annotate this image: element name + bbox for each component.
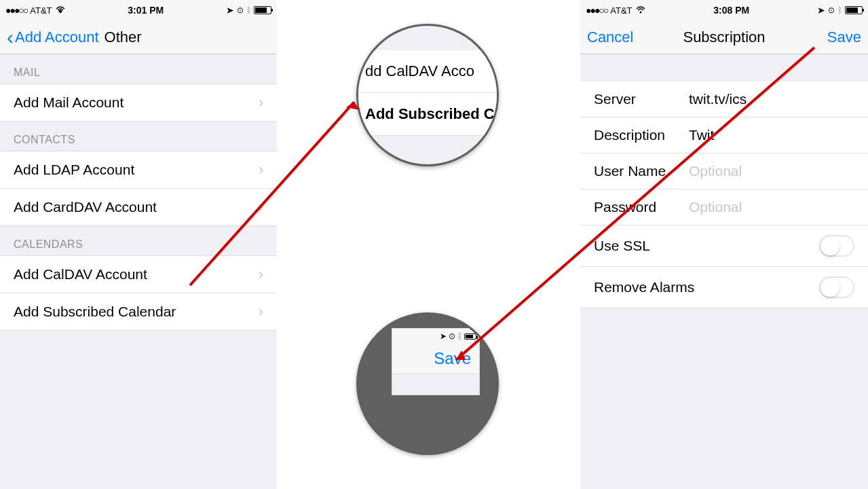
chevron-right-icon: › [259,94,263,111]
server-value[interactable]: twit.tv/ics [689,91,747,107]
add-carddav-account-row[interactable]: Add CardDAV Account › [0,188,277,226]
nav-title: Subscription [683,29,765,46]
zoom-phone-corner: ➤ ⊙ ᛒ Save [392,328,480,395]
zoom-status-bar: ➤ ⊙ ᛒ [392,329,479,344]
save-button[interactable]: Save [827,29,861,46]
username-label: User Name [594,163,689,179]
chevron-left-icon: ‹ [7,27,14,48]
zoom-row-caldav: dd CalDAV Acco [358,50,497,93]
bluetooth-icon: ᛒ [837,5,842,15]
cancel-button[interactable]: Cancel [587,29,633,46]
add-ldap-account-row[interactable]: Add LDAP Account › [0,151,277,189]
bluetooth-icon: ᛒ [246,5,251,15]
carrier-label: AT&T [30,5,52,16]
back-label: Add Account [15,29,99,46]
status-time: 3:01 PM [128,5,164,16]
row-label: Add CalDAV Account [14,266,147,283]
row-label: Add Mail Account [14,94,124,111]
username-row[interactable]: User Name Optional [580,153,868,189]
status-bar: ●●●○○ AT&T 3:08 PM ➤ ⊙ ᛒ [580,0,868,20]
wifi-icon [635,5,646,16]
status-time: 3:08 PM [713,5,749,16]
password-placeholder[interactable]: Optional [689,199,742,215]
battery-icon [464,333,476,340]
battery-icon [254,6,271,14]
row-label: Add LDAP Account [14,162,134,178]
remove-alarms-label: Remove Alarms [594,279,694,295]
zoom-blank [392,374,479,395]
zoom-row-subscribed: Add Subscribed Ca [358,93,497,136]
server-row[interactable]: Server twit.tv/ics [580,82,868,117]
row-label: Add Subscribed Calendar [14,304,176,320]
description-label: Description [594,127,689,143]
svg-point-0 [639,11,641,13]
add-mail-account-row[interactable]: Add Mail Account › [0,84,277,122]
section-header-calendars: CALENDARS [0,226,277,256]
description-value[interactable]: Twit [689,127,714,143]
signal-dots-icon: ●●●○○ [5,5,27,16]
username-placeholder[interactable]: Optional [689,163,742,179]
carrier-label: AT&T [610,5,632,16]
signal-dots-icon: ●●●○○ [586,5,607,16]
use-ssl-row: Use SSL [580,225,868,267]
wifi-icon [55,5,66,16]
battery-icon [845,6,863,14]
chevron-right-icon: › [259,198,263,216]
phone-right-subscription: ●●●○○ AT&T 3:08 PM ➤ ⊙ ᛒ Cancel Subscrip… [580,0,868,489]
use-ssl-toggle[interactable] [819,235,854,257]
location-icon: ➤ [817,5,825,16]
nav-bar: Cancel Subscription Save [580,20,868,54]
section-header-contacts: CONTACTS [0,122,277,151]
alarm-icon: ⊙ [828,5,835,15]
location-icon: ➤ [440,331,447,341]
alarm-icon: ⊙ [449,331,455,341]
chevron-right-icon: › [259,303,263,321]
bluetooth-icon: ᛒ [457,331,462,341]
zoom-save-button: Save [392,344,479,374]
remove-alarms-toggle[interactable] [819,276,854,298]
password-label: Password [594,199,689,215]
nav-bar: ‹ Add Account Other [0,20,277,54]
remove-alarms-row: Remove Alarms [580,267,868,308]
chevron-right-icon: › [259,266,263,283]
alarm-icon: ⊙ [237,5,244,15]
nav-title: Other [105,29,142,46]
zoom-circle-save: ➤ ⊙ ᛒ Save [356,312,499,455]
phone-left-other: ●●●○○ AT&T 3:01 PM ➤ ⊙ ᛒ ‹ Add Account O… [0,0,277,489]
zoom-circle-subscribed-calendar: dd CalDAV Acco Add Subscribed Ca [356,24,499,166]
row-label: Add CardDAV Account [14,199,157,215]
status-bar: ●●●○○ AT&T 3:01 PM ➤ ⊙ ᛒ [0,0,277,20]
chevron-right-icon: › [259,161,263,179]
add-caldav-account-row[interactable]: Add CalDAV Account › [0,255,277,293]
password-row[interactable]: Password Optional [580,189,868,225]
back-button[interactable]: ‹ Add Account [7,27,99,48]
section-header-mail: MAIL [0,54,277,84]
add-subscribed-calendar-row[interactable]: Add Subscribed Calendar › [0,293,277,331]
server-label: Server [594,91,689,107]
location-icon: ➤ [226,5,234,16]
use-ssl-label: Use SSL [594,238,650,254]
description-row[interactable]: Description Twit [580,117,868,153]
